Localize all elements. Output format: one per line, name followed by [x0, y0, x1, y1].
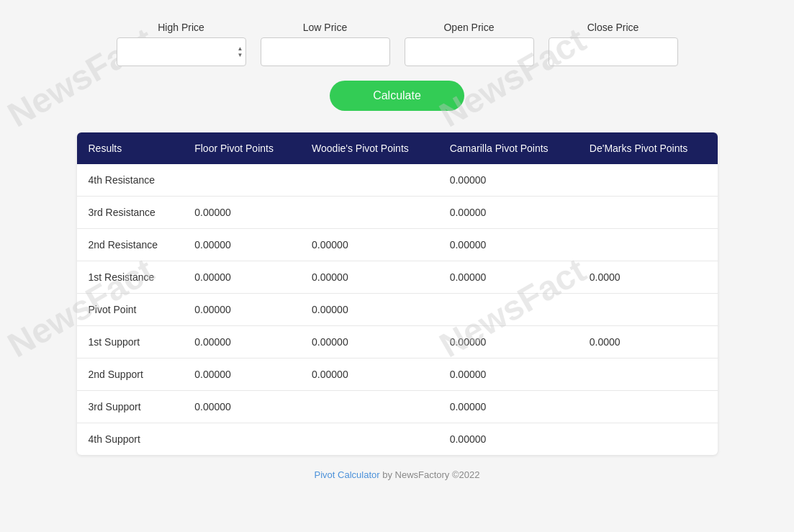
row-label: 2nd Support — [77, 359, 184, 391]
row-woodie: 0.00000 — [300, 359, 438, 391]
row-camarilla — [438, 294, 578, 326]
row-camarilla: 0.00000 — [438, 261, 578, 294]
row-label: 2nd Resistance — [77, 229, 184, 261]
table-row: 4th Resistance0.00000 — [77, 164, 718, 197]
open-price-input[interactable] — [405, 37, 534, 66]
low-price-label: Low Price — [303, 22, 347, 33]
low-price-group: Low Price — [261, 22, 390, 66]
close-price-label: Close Price — [587, 22, 639, 33]
open-price-label: Open Price — [443, 22, 494, 33]
row-demarks: 0.0000 — [578, 326, 718, 359]
row-woodie: 0.00000 — [300, 294, 438, 326]
table-row: 1st Resistance0.000000.000000.000000.000… — [77, 261, 718, 294]
row-demarks — [578, 423, 718, 456]
row-demarks — [578, 197, 718, 229]
row-woodie: 0.00000 — [300, 326, 438, 359]
row-floor: 0.00000 — [183, 391, 300, 423]
high-price-wrapper: ▲ ▼ — [117, 37, 246, 66]
row-label: 1st Resistance — [77, 261, 184, 294]
row-camarilla: 0.00000 — [438, 229, 578, 261]
row-floor: 0.00000 — [183, 294, 300, 326]
row-demarks — [578, 359, 718, 391]
footer-link[interactable]: Pivot Calculator — [315, 469, 380, 480]
spinner-up[interactable]: ▲ — [238, 46, 243, 52]
table-row: 2nd Resistance0.000000.000000.00000 — [77, 229, 718, 261]
table-body: 4th Resistance0.000003rd Resistance0.000… — [77, 164, 718, 455]
row-demarks — [578, 294, 718, 326]
close-price-group: Close Price — [549, 22, 678, 66]
col-demarks: De'Marks Pivot Points — [578, 132, 718, 164]
row-floor: 0.00000 — [183, 197, 300, 229]
footer-suffix: by NewsFactory ©2022 — [380, 469, 480, 480]
calculate-button[interactable]: Calculate — [330, 81, 464, 111]
table-row: 4th Support0.00000 — [77, 423, 718, 456]
row-camarilla: 0.00000 — [438, 326, 578, 359]
col-floor: Floor Pivot Points — [183, 132, 300, 164]
high-price-input[interactable] — [117, 37, 246, 66]
row-camarilla: 0.00000 — [438, 164, 578, 197]
row-demarks — [578, 391, 718, 423]
row-floor: 0.00000 — [183, 326, 300, 359]
high-price-label: High Price — [158, 22, 204, 33]
high-price-spinner[interactable]: ▲ ▼ — [238, 46, 243, 58]
row-label: 3rd Resistance — [77, 197, 184, 229]
row-label: 4th Support — [77, 423, 184, 456]
row-label: 4th Resistance — [77, 164, 184, 197]
col-results: Results — [77, 132, 184, 164]
high-price-group: High Price ▲ ▼ — [117, 22, 246, 66]
row-woodie — [300, 164, 438, 197]
table-row: 2nd Support0.000000.000000.00000 — [77, 359, 718, 391]
row-camarilla: 0.00000 — [438, 423, 578, 456]
table-row: 3rd Support0.000000.00000 — [77, 391, 718, 423]
row-demarks — [578, 164, 718, 197]
table-row: 1st Support0.000000.000000.000000.0000 — [77, 326, 718, 359]
row-camarilla: 0.00000 — [438, 391, 578, 423]
table-row: 3rd Resistance0.000000.00000 — [77, 197, 718, 229]
row-woodie — [300, 197, 438, 229]
row-demarks — [578, 229, 718, 261]
row-woodie: 0.00000 — [300, 261, 438, 294]
row-floor: 0.00000 — [183, 359, 300, 391]
row-camarilla: 0.00000 — [438, 359, 578, 391]
results-table: Results Floor Pivot Points Woodie's Pivo… — [77, 132, 718, 455]
spinner-down[interactable]: ▼ — [238, 53, 243, 58]
row-floor: 0.00000 — [183, 261, 300, 294]
table-header-row: Results Floor Pivot Points Woodie's Pivo… — [77, 132, 718, 164]
row-label: 3rd Support — [77, 391, 184, 423]
table-row: Pivot Point0.000000.00000 — [77, 294, 718, 326]
row-floor — [183, 423, 300, 456]
close-price-input[interactable] — [549, 37, 678, 66]
col-camarilla: Camarilla Pivot Points — [438, 132, 578, 164]
col-woodie: Woodie's Pivot Points — [300, 132, 438, 164]
row-demarks: 0.0000 — [578, 261, 718, 294]
row-woodie — [300, 423, 438, 456]
row-woodie: 0.00000 — [300, 229, 438, 261]
row-camarilla: 0.00000 — [438, 197, 578, 229]
row-floor — [183, 164, 300, 197]
open-price-group: Open Price — [405, 22, 534, 66]
low-price-input[interactable] — [261, 37, 390, 66]
row-label: Pivot Point — [77, 294, 184, 326]
row-label: 1st Support — [77, 326, 184, 359]
row-woodie — [300, 391, 438, 423]
inputs-row: High Price ▲ ▼ Low Price Open Price Clos… — [73, 22, 721, 66]
row-floor: 0.00000 — [183, 229, 300, 261]
footer: Pivot Calculator by NewsFactory ©2022 — [315, 469, 480, 480]
